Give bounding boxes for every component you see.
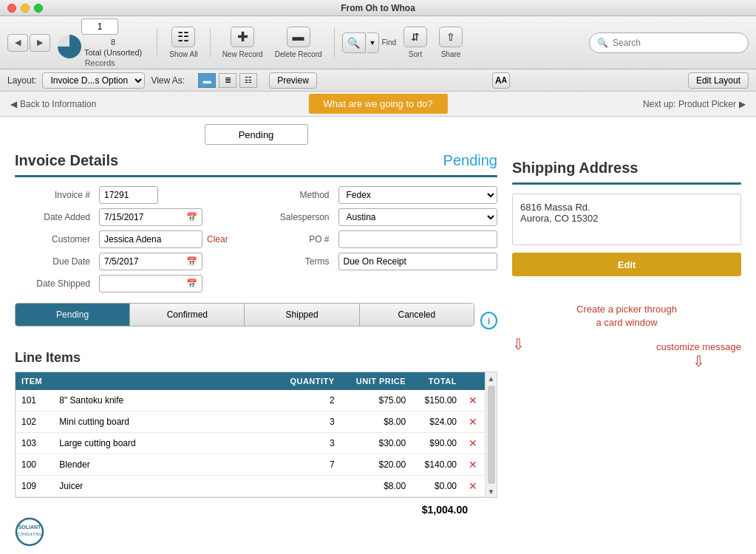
- line-items-section: Line Items ITEM QUANTITY UNIT PRICE TOTA…: [15, 350, 497, 516]
- date-added-value: 7/15/2017: [104, 212, 143, 222]
- toolbar-separator-3: [334, 28, 335, 58]
- invoice-form: Invoice # 17291 Method Fedex Date Added …: [15, 186, 497, 293]
- nav-controls: ◀ ▶: [7, 34, 50, 52]
- show-all-button[interactable]: ☷ Show All: [165, 24, 202, 61]
- forward-nav-button[interactable]: ▶: [30, 34, 50, 52]
- col-total-header: TOTAL: [412, 372, 463, 390]
- show-all-icon: ☷: [171, 27, 195, 47]
- record-number-input[interactable]: 1: [81, 18, 118, 35]
- find-dropdown-button[interactable]: ▼: [367, 33, 379, 53]
- date-shipped-label: Date Shipped: [15, 278, 96, 289]
- status-input[interactable]: Pending: [205, 124, 308, 145]
- back-nav-button[interactable]: ◀: [7, 34, 28, 52]
- col-name-header: [53, 372, 275, 390]
- item-name: 8" Santoku knife: [53, 390, 275, 411]
- salesperson-select[interactable]: Austina: [338, 208, 498, 226]
- terms-input[interactable]: Due On Receipt: [338, 253, 498, 270]
- new-record-button[interactable]: ✚ New Record: [218, 24, 268, 61]
- back-link[interactable]: ◀ Back to Information: [10, 99, 96, 109]
- logo-svg: SOLIANT CONSULTING: [15, 517, 52, 547]
- sort-button[interactable]: ⇵ Sort: [399, 24, 432, 61]
- scroll-up-button[interactable]: ▲: [486, 372, 497, 384]
- shipping-divider: [512, 182, 741, 185]
- method-select[interactable]: Fedex: [338, 186, 498, 204]
- item-delete[interactable]: ✕: [463, 411, 485, 433]
- scroll-thumb[interactable]: [488, 386, 495, 484]
- invoice-number-input[interactable]: 17291: [99, 186, 158, 204]
- invoice-divider: [15, 175, 497, 177]
- view-form-button[interactable]: ▬: [198, 73, 216, 88]
- delete-record-button[interactable]: ▬ Delete Record: [270, 24, 327, 61]
- item-unit-price: $8.00: [341, 411, 412, 433]
- layout-select[interactable]: Invoice D...s Option: [42, 72, 145, 89]
- delete-row-icon: ✕: [469, 480, 477, 492]
- search-icon: 🔍: [597, 38, 608, 48]
- find-button[interactable]: 🔍: [342, 33, 366, 53]
- item-quantity: 3: [275, 411, 340, 433]
- date-added-input[interactable]: 7/15/2017 📅: [99, 208, 202, 226]
- terms-label: Terms: [262, 256, 336, 267]
- item-delete[interactable]: ✕: [463, 390, 485, 411]
- calendar-icon-added: 📅: [186, 212, 197, 222]
- item-quantity: 3: [275, 433, 340, 454]
- item-total: $24.00: [412, 411, 463, 433]
- invoice-details-title: Invoice Details: [15, 152, 118, 169]
- col-quantity-header: QUANTITY: [275, 372, 340, 390]
- date-shipped-input[interactable]: 📅: [99, 275, 202, 293]
- title-bar: From Oh to Whoa: [0, 0, 756, 16]
- item-total: $90.00: [412, 433, 463, 454]
- preview-button[interactable]: Preview: [269, 72, 317, 89]
- records-label: Records: [85, 58, 115, 67]
- table-row: 103 Large cutting board 3 $30.00 $90.00 …: [16, 433, 485, 454]
- toolbar-separator-2: [210, 28, 211, 58]
- info-icon[interactable]: i: [480, 312, 497, 329]
- shipping-edit-button[interactable]: Edit: [512, 253, 741, 276]
- minimize-button[interactable]: [21, 4, 30, 13]
- clear-button[interactable]: Clear: [202, 234, 228, 244]
- close-button[interactable]: [7, 4, 16, 13]
- edit-layout-button[interactable]: Edit Layout: [688, 72, 749, 89]
- calendar-icon-due: 📅: [186, 256, 197, 267]
- grand-total-value: $1,004.00: [422, 504, 468, 516]
- po-input[interactable]: [338, 230, 498, 248]
- next-link-label: Next up: Product Picker: [643, 99, 736, 109]
- item-name: Large cutting board: [53, 433, 275, 454]
- next-chevron-icon: ▶: [739, 99, 746, 109]
- shipping-address-box: 6816 Massa Rd. Aurora, CO 15302: [512, 194, 741, 245]
- records-total: 8: [84, 38, 142, 47]
- share-button[interactable]: ⇧ Share: [435, 24, 467, 61]
- tab-confirmed[interactable]: Confirmed: [130, 304, 245, 326]
- records-status: Total (Unsorted): [84, 48, 142, 57]
- item-delete[interactable]: ✕: [463, 476, 485, 497]
- next-link[interactable]: Next up: Product Picker ▶: [643, 99, 746, 109]
- date-added-label: Date Added: [15, 212, 96, 222]
- layout-label: Layout:: [7, 75, 36, 86]
- due-date-input[interactable]: 7/5/2017 📅: [99, 253, 202, 270]
- search-input[interactable]: [613, 38, 740, 48]
- address-line1: 6816 Massa Rd.: [520, 202, 733, 213]
- tab-shipped[interactable]: Shipped: [245, 304, 359, 326]
- table-scrollbar[interactable]: ▲ ▼: [485, 372, 497, 497]
- view-list-button[interactable]: ≣: [219, 73, 236, 88]
- item-delete[interactable]: ✕: [463, 433, 485, 454]
- view-table-button[interactable]: ☷: [239, 73, 257, 88]
- item-number: 101: [16, 390, 53, 411]
- maximize-button[interactable]: [34, 4, 43, 13]
- text-size-button[interactable]: AA: [492, 72, 510, 89]
- item-delete[interactable]: ✕: [463, 454, 485, 476]
- grand-total-row: $1,004.00: [15, 498, 497, 516]
- scroll-down-button[interactable]: ▼: [486, 485, 497, 497]
- customer-input[interactable]: Jessica Adena: [99, 230, 202, 248]
- annotation-arrow-right: ⇩: [656, 352, 741, 370]
- find-label: Find: [382, 38, 396, 47]
- tab-pending[interactable]: Pending: [16, 304, 130, 326]
- line-items-table: ITEM QUANTITY UNIT PRICE TOTAL 101 8" Sa…: [16, 372, 485, 497]
- tab-canceled[interactable]: Canceled: [360, 304, 474, 326]
- toolbar: ◀ ▶ 1 8 Total (Unsorted) Records ☷ Show …: [0, 16, 756, 69]
- item-name: Blender: [53, 454, 275, 476]
- col-delete-header: [463, 372, 485, 390]
- item-total: $140.00: [412, 454, 463, 476]
- calendar-icon-shipped: 📅: [186, 278, 197, 289]
- records-control: 1 8 Total (Unsorted) Records: [58, 18, 142, 67]
- item-unit-price: $8.00: [341, 476, 412, 497]
